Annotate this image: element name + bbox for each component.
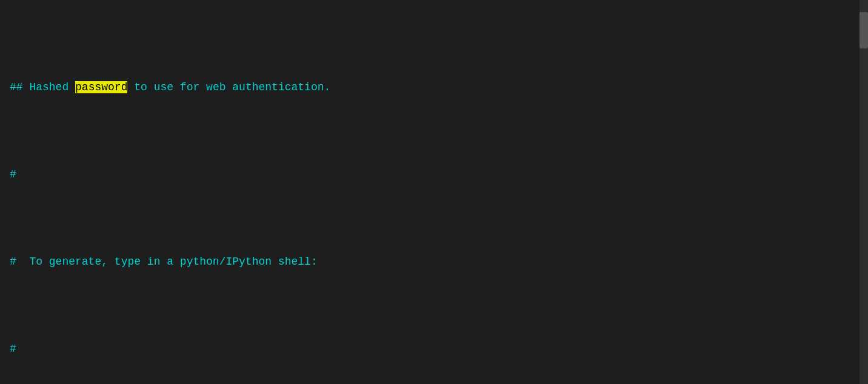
code-line-1: ## Hashed password to use for web authen… bbox=[10, 76, 858, 98]
scrollbar-thumb[interactable] bbox=[860, 12, 868, 48]
code-text: ## Hashed bbox=[10, 81, 75, 93]
code-text: # To generate, type in a python/IPython … bbox=[10, 256, 318, 268]
highlight-password-1: password bbox=[75, 81, 127, 93]
scrollbar[interactable] bbox=[860, 0, 868, 384]
code-text: # bbox=[10, 343, 16, 355]
code-content[interactable]: ## Hashed password to use for web authen… bbox=[0, 6, 868, 384]
code-text: # bbox=[10, 168, 16, 180]
code-text: to use for web authentication. bbox=[127, 81, 330, 93]
code-editor: ## Hashed password to use for web authen… bbox=[0, 0, 868, 384]
code-line-2: # bbox=[10, 164, 858, 185]
code-line-4: # bbox=[10, 338, 858, 360]
code-line-3: # To generate, type in a python/IPython … bbox=[10, 251, 858, 273]
